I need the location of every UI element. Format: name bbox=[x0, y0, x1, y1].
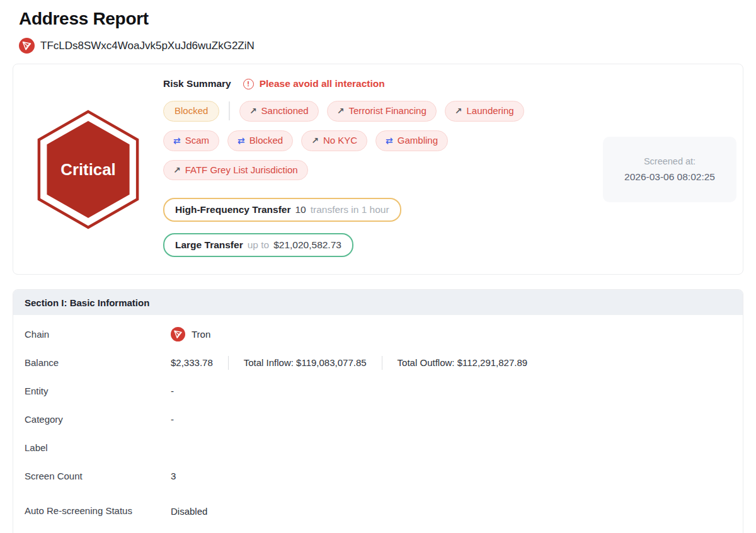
screened-at-value: 2026-03-06 08:02:25 bbox=[624, 171, 715, 183]
risk-summary-card: Critical Risk Summary ! Please avoid all… bbox=[13, 64, 743, 275]
risk-level-badge: Critical bbox=[13, 77, 163, 261]
section-title: Section I: Basic Information bbox=[13, 290, 743, 315]
ne-arrow-icon: ↗ bbox=[455, 106, 462, 115]
basic-information-rows: Chain Tron Balance bbox=[13, 315, 743, 533]
row-value: - bbox=[171, 386, 174, 396]
tron-icon bbox=[171, 327, 185, 341]
screened-at-box: Screened at: 2026-03-06 08:02:25 bbox=[603, 137, 736, 202]
risk-tag-label: Gambling bbox=[398, 135, 438, 147]
risk-tag-row-2: ⇄ Scam ⇄ Blocked ↗ No KYC ⇄ Gambling bbox=[163, 130, 603, 151]
basic-information-section: Section I: Basic Information Chain bbox=[13, 289, 743, 533]
ne-arrow-icon: ↗ bbox=[173, 166, 181, 175]
table-row-auto-rescreening: Auto Re-screening Status Disabled bbox=[25, 490, 731, 532]
risk-tag-label: Laundering bbox=[467, 105, 514, 117]
risk-tag-label: FATF Grey List Jurisdiction bbox=[185, 164, 298, 176]
large-transfer-badge: Large Transfer up to $21,020,582.73 bbox=[163, 233, 353, 257]
warning-icon: ! bbox=[243, 79, 254, 89]
critical-hexagon-icon: Critical bbox=[34, 108, 142, 231]
page-title: Address Report bbox=[19, 9, 743, 29]
risk-tag-row-3: ↗ FATF Grey List Jurisdiction bbox=[163, 160, 603, 181]
ne-arrow-icon: ↗ bbox=[337, 106, 345, 115]
risk-tag-row-1: Blocked ↗ Sanctioned ↗ Terrorist Financi… bbox=[163, 101, 603, 122]
status-tag-label: Blocked bbox=[175, 105, 208, 117]
tron-icon bbox=[19, 38, 35, 54]
risk-tag-gambling[interactable]: ⇄ Gambling bbox=[375, 130, 448, 151]
total-inflow: Total Inflow: $119,083,077.85 bbox=[244, 357, 367, 368]
risk-warning-text: Please avoid all interaction bbox=[260, 78, 385, 89]
risk-tag-label: Scam bbox=[185, 135, 209, 147]
risk-tag-scam[interactable]: ⇄ Scam bbox=[163, 130, 219, 151]
value-divider bbox=[228, 356, 229, 370]
row-label: Category bbox=[25, 411, 171, 428]
high-frequency-suffix: transfers in 1 hour bbox=[311, 204, 389, 215]
ne-arrow-icon: ↗ bbox=[249, 106, 257, 115]
screened-at-label: Screened at: bbox=[644, 156, 696, 166]
risk-tag-no-kyc[interactable]: ↗ No KYC bbox=[301, 130, 367, 151]
high-frequency-value: 10 bbox=[295, 204, 306, 215]
status-tag-blocked: Blocked bbox=[163, 101, 219, 122]
row-value: Disabled bbox=[171, 506, 207, 517]
row-label: Entity bbox=[25, 383, 171, 399]
table-row-screen-count: Screen Count 3 bbox=[25, 462, 731, 490]
row-label: Label bbox=[25, 440, 171, 456]
row-label: Balance bbox=[25, 355, 171, 371]
risk-summary-title: Risk Summary bbox=[163, 78, 231, 89]
large-transfer-prefix: up to bbox=[248, 239, 269, 251]
risk-tag-label: Sanctioned bbox=[261, 105, 309, 117]
row-label: Auto Re-screening Status bbox=[25, 503, 171, 519]
table-row-balance: Balance $2,333.78 Total Inflow: $119,083… bbox=[25, 348, 731, 377]
balance-value: $2,333.78 bbox=[171, 357, 213, 368]
table-row-chain: Chain Tron bbox=[25, 320, 731, 348]
row-value: Tron bbox=[171, 327, 210, 341]
total-outflow: Total Outflow: $112,291,827.89 bbox=[398, 357, 528, 368]
address-row: TFcLDs8SWxc4WoaJvk5pXuJd6wuZkG2ZiN bbox=[19, 38, 743, 54]
chain-name: Tron bbox=[192, 329, 210, 340]
row-label: Screen Count bbox=[25, 468, 171, 484]
swap-icon: ⇄ bbox=[173, 136, 181, 145]
risk-tag-label: No KYC bbox=[323, 135, 357, 147]
swap-icon: ⇄ bbox=[386, 136, 393, 145]
risk-tag-laundering[interactable]: ↗ Laundering bbox=[445, 101, 524, 122]
risk-summary-main: Risk Summary ! Please avoid all interact… bbox=[163, 77, 603, 261]
ne-arrow-icon: ↗ bbox=[311, 136, 319, 145]
address-report-page: Address Report TFcLDs8SWxc4WoaJvk5pXuJd6… bbox=[0, 0, 756, 533]
tag-divider bbox=[229, 101, 230, 120]
value-divider bbox=[382, 356, 382, 370]
table-row-category: Category - bbox=[25, 405, 731, 433]
risk-tag-fatf-grey-list[interactable]: ↗ FATF Grey List Jurisdiction bbox=[163, 160, 308, 181]
large-transfer-value: $21,020,582.73 bbox=[273, 239, 341, 251]
swap-icon: ⇄ bbox=[238, 136, 245, 145]
risk-tag-label: Terrorist Financing bbox=[348, 105, 426, 117]
risk-tag-label: Blocked bbox=[249, 135, 283, 147]
risk-tag-sanctioned[interactable]: ↗ Sanctioned bbox=[239, 101, 319, 122]
high-frequency-label: High-Frequency Transfer bbox=[175, 204, 290, 215]
large-transfer-label: Large Transfer bbox=[175, 239, 243, 251]
risk-summary-header: Risk Summary ! Please avoid all interact… bbox=[163, 78, 603, 89]
risk-tag-blocked[interactable]: ⇄ Blocked bbox=[227, 130, 293, 151]
high-frequency-transfer-badge: High-Frequency Transfer 10 transfers in … bbox=[163, 198, 401, 222]
risk-level-label: Critical bbox=[60, 161, 115, 178]
address-text: TFcLDs8SWxc4WoaJvk5pXuJd6wuZkG2ZiN bbox=[40, 40, 255, 52]
table-row-label: Label bbox=[25, 433, 731, 462]
row-label: Chain bbox=[25, 326, 171, 343]
row-value: - bbox=[171, 414, 174, 425]
risk-tag-terrorist-financing[interactable]: ↗ Terrorist Financing bbox=[327, 101, 437, 122]
row-value: 3 bbox=[171, 471, 176, 481]
table-row-entity: Entity - bbox=[25, 377, 731, 405]
row-value: $2,333.78 Total Inflow: $119,083,077.85 … bbox=[171, 356, 527, 370]
